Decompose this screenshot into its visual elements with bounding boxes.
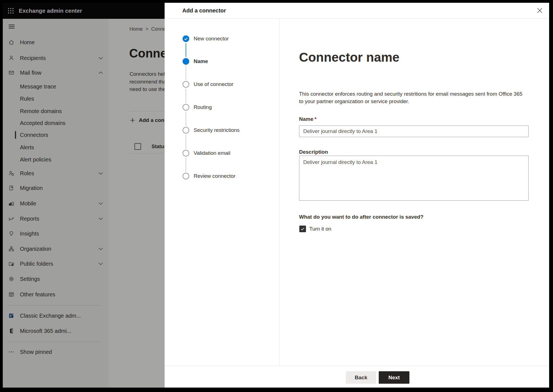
step-routing[interactable]: Routing xyxy=(165,104,279,111)
back-button[interactable]: Back xyxy=(346,371,376,384)
step-empty-dot xyxy=(183,81,189,88)
step-empty-dot xyxy=(183,173,189,179)
close-button[interactable] xyxy=(535,6,545,15)
exchange-admin-app: Exchange admin center Home Recipients Ma… xyxy=(3,3,549,388)
required-asterisk: * xyxy=(315,116,316,122)
step-description: This connector enforces routing and secu… xyxy=(299,90,523,105)
after-save-question: What do you want to do after connector i… xyxy=(299,214,424,220)
description-field-label: Description xyxy=(299,149,328,155)
wizard-content: Connector name This connector enforces r… xyxy=(280,19,549,366)
stepper-connector-line xyxy=(186,89,186,103)
wizard-stepper: New connector Name Use of connector Rout… xyxy=(165,19,279,366)
dialog-title: Add a connector xyxy=(182,3,226,19)
next-button[interactable]: Next xyxy=(379,371,409,384)
step-name[interactable]: Name xyxy=(165,58,279,65)
step-active-dot xyxy=(183,58,189,65)
stepper-connector-line xyxy=(186,43,186,57)
step-security-restrictions[interactable]: Security restrictions xyxy=(165,127,279,134)
checkbox-checked-icon[interactable] xyxy=(299,226,306,232)
stepper-connector-line xyxy=(186,66,186,80)
step-use-of-connector[interactable]: Use of connector xyxy=(165,81,279,88)
step-completed-check-icon xyxy=(183,35,189,42)
step-review-connector[interactable]: Review connector xyxy=(165,173,279,179)
stepper-connector-line xyxy=(186,158,186,172)
dialog-footer: Back Next xyxy=(165,366,549,388)
connector-description-textarea[interactable]: Deliver journal directly to Area 1 xyxy=(299,156,529,201)
step-empty-dot xyxy=(183,150,189,156)
screenshot-frame: Exchange admin center Home Recipients Ma… xyxy=(0,0,553,392)
add-connector-dialog: Add a connector New connector Name U xyxy=(165,3,549,388)
step-heading: Connector name xyxy=(299,50,399,65)
step-validation-email[interactable]: Validation email xyxy=(165,150,279,156)
step-empty-dot xyxy=(183,127,189,134)
stepper-connector-line xyxy=(186,112,186,126)
name-field-label: Name* xyxy=(299,116,316,122)
step-new-connector[interactable]: New connector xyxy=(165,35,279,42)
stepper-connector-line xyxy=(186,135,186,149)
connector-name-input[interactable] xyxy=(299,126,529,137)
turn-it-on-label: Turn it on xyxy=(309,226,331,232)
dialog-header: Add a connector xyxy=(165,3,549,19)
turn-it-on-checkbox-row[interactable]: Turn it on xyxy=(299,226,331,232)
close-icon xyxy=(537,7,543,14)
step-empty-dot xyxy=(183,104,189,111)
